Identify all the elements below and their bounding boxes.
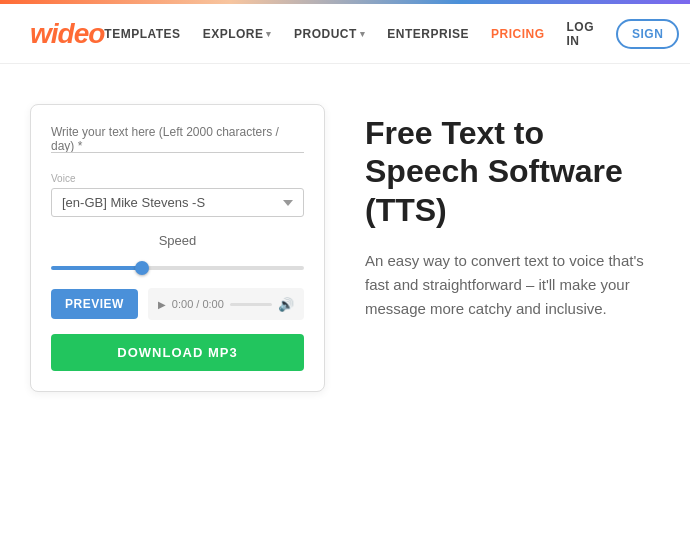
nav-pricing[interactable]: PRICING xyxy=(491,27,545,41)
text-input[interactable] xyxy=(51,125,304,153)
volume-icon[interactable]: 🔊 xyxy=(278,297,294,312)
nav-enterprise[interactable]: ENTERPRISE xyxy=(387,27,469,41)
voice-section: Voice [en-GB] Mike Stevens -S xyxy=(51,173,304,217)
time-display: 0:00 / 0:00 xyxy=(172,298,224,310)
hero-title: Free Text to Speech Software (TTS) xyxy=(365,114,660,229)
hero-description: An easy way to convert text to voice tha… xyxy=(365,249,645,321)
signup-button[interactable]: SIGN xyxy=(616,19,679,49)
nav-explore[interactable]: EXPLORE ▾ xyxy=(203,27,272,41)
hero-section: Free Text to Speech Software (TTS) An ea… xyxy=(365,104,660,321)
main-content: Voice [en-GB] Mike Stevens -S Speed PREV… xyxy=(0,64,690,422)
nav-product[interactable]: PRODUCT ▾ xyxy=(294,27,365,41)
tts-panel: Voice [en-GB] Mike Stevens -S Speed PREV… xyxy=(30,104,325,392)
header: wideo TEMPLATES EXPLORE ▾ PRODUCT ▾ ENTE… xyxy=(0,4,690,64)
audio-track xyxy=(230,303,272,306)
chevron-down-icon: ▾ xyxy=(360,29,366,39)
play-icon[interactable]: ▶ xyxy=(158,299,166,310)
nav-login[interactable]: LOG IN xyxy=(567,20,595,48)
nav-templates[interactable]: TEMPLATES xyxy=(104,27,180,41)
controls-row: PREVIEW ▶ 0:00 / 0:00 🔊 xyxy=(51,288,304,320)
download-button[interactable]: DOWNLOAD MP3 xyxy=(51,334,304,371)
voice-label: Voice xyxy=(51,173,304,184)
chevron-down-icon: ▾ xyxy=(266,29,272,39)
audio-player: ▶ 0:00 / 0:00 🔊 xyxy=(148,288,304,320)
speed-slider[interactable] xyxy=(51,266,304,270)
logo[interactable]: wideo xyxy=(30,18,104,50)
voice-select[interactable]: [en-GB] Mike Stevens -S xyxy=(51,188,304,217)
navigation: TEMPLATES EXPLORE ▾ PRODUCT ▾ ENTERPRISE… xyxy=(104,19,679,49)
speed-section: Speed xyxy=(51,233,304,274)
preview-button[interactable]: PREVIEW xyxy=(51,289,138,319)
speed-label: Speed xyxy=(51,233,304,248)
